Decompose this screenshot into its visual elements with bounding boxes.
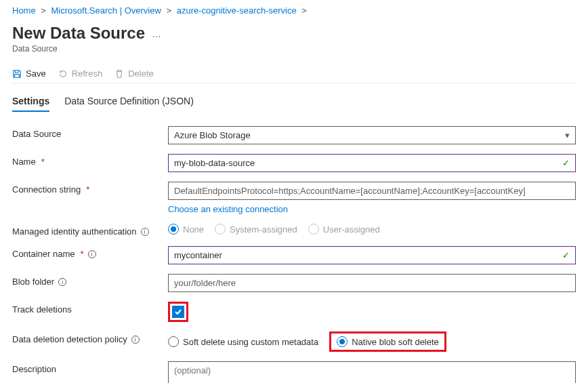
breadcrumb-search[interactable]: Microsoft.Search | Overview	[51, 5, 161, 16]
deletion-policy-label: Data deletion detection policy i	[12, 331, 168, 344]
tab-json-definition[interactable]: Data Source Definition (JSON)	[64, 96, 194, 112]
managed-identity-label: Managed identity authentication i	[12, 224, 168, 237]
delete-label: Delete	[128, 68, 154, 79]
save-icon	[12, 69, 22, 79]
trash-icon	[114, 69, 124, 79]
save-button[interactable]: Save	[12, 68, 46, 79]
info-icon[interactable]: i	[131, 336, 140, 344]
refresh-icon	[58, 69, 68, 79]
checkmark-icon	[174, 308, 182, 316]
data-source-select[interactable]: Azure Blob Storage ▾	[168, 126, 576, 144]
highlight-track-deletions	[168, 302, 188, 322]
container-name-value: mycontainer	[174, 250, 222, 260]
policy-native-soft-radio[interactable]: Native blob soft delete	[337, 336, 439, 347]
more-actions-icon[interactable]: …	[152, 23, 161, 39]
blob-folder-label: Blob folder i	[12, 274, 168, 287]
breadcrumb-separator-icon: >	[166, 5, 171, 16]
managed-identity-user-radio[interactable]: User-assigned	[308, 224, 380, 235]
name-value: my-blob-data-source	[174, 158, 255, 168]
save-label: Save	[26, 68, 46, 79]
check-icon: ✓	[562, 250, 570, 260]
name-label: Name*	[12, 154, 168, 167]
managed-identity-system-radio[interactable]: System-assigned	[215, 224, 297, 235]
blob-folder-input[interactable]: your/folder/here	[168, 274, 576, 292]
track-deletions-label: Track deletions	[12, 302, 168, 315]
description-textarea[interactable]	[168, 361, 576, 383]
page-title: New Data Source	[12, 24, 145, 43]
check-icon: ✓	[562, 158, 570, 168]
breadcrumb-separator-icon: >	[301, 5, 307, 16]
info-icon[interactable]: i	[141, 228, 149, 236]
highlight-native-soft-delete: Native blob soft delete	[329, 331, 446, 352]
policy-soft-custom-radio[interactable]: Soft delete using custom metadata	[168, 336, 318, 347]
breadcrumb-home[interactable]: Home	[12, 5, 36, 16]
info-icon[interactable]: i	[58, 278, 66, 286]
data-source-label: Data Source	[12, 126, 168, 139]
container-name-input[interactable]: mycontainer ✓	[168, 246, 576, 264]
breadcrumb-separator-icon: >	[41, 5, 46, 16]
connection-string-label: Connection string*	[12, 182, 168, 195]
refresh-label: Refresh	[72, 68, 103, 79]
tabs: Settings Data Source Definition (JSON)	[12, 96, 576, 113]
info-icon[interactable]: i	[88, 250, 96, 258]
connection-string-input[interactable]: DefaultEndpointsProtocol=https;AccountNa…	[168, 182, 576, 200]
choose-existing-link[interactable]: Choose an existing connection	[168, 204, 288, 214]
chevron-down-icon: ▾	[565, 130, 570, 140]
delete-button[interactable]: Delete	[114, 68, 154, 79]
container-name-label: Container name* i	[12, 246, 168, 259]
breadcrumb: Home > Microsoft.Search | Overview > azu…	[12, 5, 576, 16]
connection-string-value: DefaultEndpointsProtocol=https;AccountNa…	[174, 186, 526, 196]
toolbar: Save Refresh Delete	[12, 64, 576, 83]
breadcrumb-service[interactable]: azure-cognitive-search-service	[177, 5, 297, 16]
page-subtitle: Data Source	[12, 44, 576, 54]
managed-identity-none-radio[interactable]: None	[168, 224, 204, 235]
name-input[interactable]: my-blob-data-source ✓	[168, 154, 576, 172]
track-deletions-checkbox[interactable]	[172, 306, 184, 318]
data-source-value: Azure Blob Storage	[174, 130, 251, 140]
tab-settings[interactable]: Settings	[12, 96, 49, 112]
refresh-button[interactable]: Refresh	[58, 68, 103, 79]
description-label: Description	[12, 361, 168, 374]
blob-folder-value: your/folder/here	[174, 278, 236, 288]
